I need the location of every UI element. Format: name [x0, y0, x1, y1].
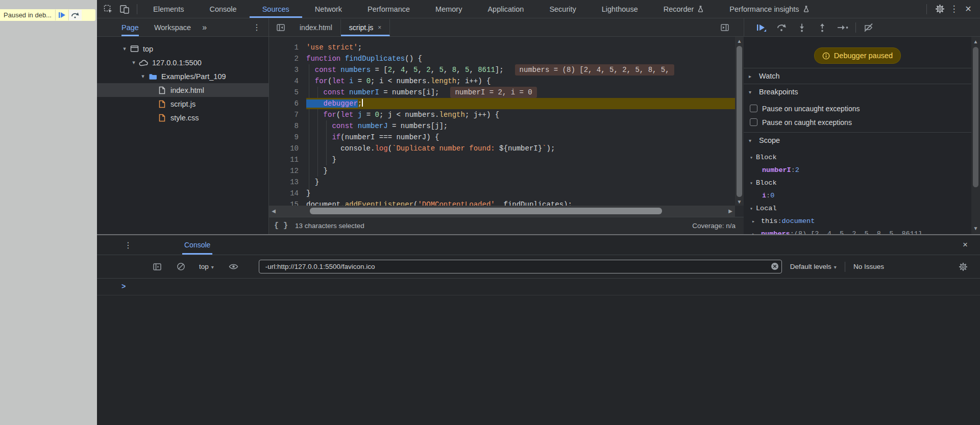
device-toolbar-icon[interactable]: [118, 4, 131, 14]
scroll-down-arrow[interactable]: ▼: [735, 199, 744, 205]
line-number[interactable]: 6: [269, 98, 299, 109]
code-line[interactable]: }: [306, 154, 735, 165]
expand-arrow-icon[interactable]: ▾: [750, 155, 756, 161]
tab-page[interactable]: Page: [121, 18, 139, 36]
scope-variable-row[interactable]: ▸this: document: [744, 215, 971, 228]
code-line[interactable]: function findDuplicates() {: [306, 53, 735, 64]
step-out-icon[interactable]: [816, 23, 829, 32]
scope-section-row[interactable]: ▾Block: [744, 151, 971, 164]
line-number[interactable]: 5: [269, 87, 299, 98]
scroll-right-arrow[interactable]: ▶: [727, 209, 734, 214]
code-line[interactable]: console.log(`Duplicate number found: ${n…: [306, 143, 735, 154]
resume-script-icon[interactable]: [754, 23, 768, 32]
line-number[interactable]: 7: [269, 109, 299, 120]
tab-application[interactable]: Application: [475, 0, 536, 18]
editor-horizontal-scrollbar[interactable]: ◀ ▶: [269, 206, 735, 217]
checkbox-unchecked[interactable]: [750, 118, 757, 126]
issues-counter[interactable]: No Issues: [853, 263, 884, 270]
expand-arrow-icon[interactable]: ▾: [750, 180, 756, 186]
live-expression-eye-icon[interactable]: [227, 263, 240, 270]
line-number[interactable]: 1: [269, 42, 299, 53]
code-line[interactable]: const numbers = [2, 4, 5, 2, 5, 8, 5, 86…: [306, 64, 735, 76]
close-devtools-icon[interactable]: ✕: [961, 4, 976, 14]
step-over-icon[interactable]: [775, 23, 788, 32]
code-line[interactable]: 'use strict';: [306, 42, 735, 53]
checkbox-unchecked[interactable]: [750, 105, 757, 112]
code-line[interactable]: }: [306, 165, 735, 177]
log-levels-selector[interactable]: Default levels▾: [790, 263, 837, 270]
step-into-icon[interactable]: [795, 23, 808, 32]
deactivate-breakpoints-icon[interactable]: [862, 23, 875, 32]
more-tabs-chevron[interactable]: »: [202, 18, 207, 36]
section-scope[interactable]: ▾ Scope: [744, 132, 971, 148]
line-number[interactable]: 11: [269, 154, 299, 165]
toggle-navigator-icon[interactable]: [275, 23, 286, 32]
scope-variable-row[interactable]: ▸numbers: (8) [2, 4, 5, 2, 5, 8, 5, 8611…: [744, 228, 971, 234]
pretty-print-icon[interactable]: { }: [274, 221, 288, 230]
scope-section-row[interactable]: ▾Local: [744, 202, 971, 215]
tree-item-127-0-0-1-5500[interactable]: ▾127.0.0.1:5500: [97, 56, 268, 69]
line-number[interactable]: 14: [269, 188, 299, 199]
code-line[interactable]: const numberJ = numbers[j];: [306, 120, 735, 132]
tree-item-style-css[interactable]: style.css: [97, 111, 268, 124]
navigator-menu-kebab-icon[interactable]: ⋮: [249, 22, 264, 32]
editor-tab-script-js[interactable]: script.js×: [341, 18, 390, 36]
tab-recorder[interactable]: Recorder: [651, 0, 717, 18]
clear-filter-icon[interactable]: [771, 262, 779, 270]
sidebar-scrollbar[interactable]: ▲ ▼: [971, 37, 980, 234]
tab-elements[interactable]: Elements: [140, 0, 197, 18]
step-icon[interactable]: [836, 23, 849, 32]
console-filter-input[interactable]: [259, 260, 782, 273]
settings-gear-icon[interactable]: [932, 4, 947, 14]
scrollbar-thumb[interactable]: [973, 47, 978, 187]
line-number[interactable]: 12: [269, 165, 299, 177]
ribbon-resume-button[interactable]: [55, 10, 68, 20]
line-number[interactable]: 3: [269, 64, 299, 76]
code-line[interactable]: const numberI = numbers[i];numberI = 2, …: [306, 87, 735, 98]
tab-console[interactable]: Console: [182, 235, 212, 255]
code-line[interactable]: for(let j = 0; j < numbers.length; j++) …: [306, 109, 735, 120]
code-line[interactable]: for(let i = 0; i < numbers.length; i++) …: [306, 76, 735, 87]
inspect-element-icon[interactable]: [102, 4, 114, 14]
more-options-kebab-icon[interactable]: ⋮: [947, 4, 961, 14]
scope-variable-row[interactable]: i: 0: [744, 189, 971, 202]
section-breakpoints[interactable]: ▾ Breakpoints: [744, 84, 971, 99]
scroll-up-arrow[interactable]: ▲: [735, 39, 744, 44]
code-line[interactable]: }: [306, 177, 735, 188]
expand-arrow-icon[interactable]: ▸: [752, 218, 758, 224]
clear-console-icon[interactable]: [175, 262, 187, 271]
tree-item-top[interactable]: ▾top: [97, 42, 268, 56]
scope-section-row[interactable]: ▾Block: [744, 177, 971, 189]
drawer-menu-kebab-icon[interactable]: ⋮: [122, 240, 134, 250]
expand-arrow-icon[interactable]: ▾: [130, 59, 138, 66]
tab-security[interactable]: Security: [536, 0, 589, 18]
tab-performance-insights[interactable]: Performance insights: [717, 0, 822, 18]
close-drawer-icon[interactable]: ×: [958, 240, 973, 250]
tab-workspace[interactable]: Workspace: [154, 18, 191, 36]
tree-item-examples-part-109[interactable]: ▾Examples/Part_109: [97, 69, 268, 83]
context-selector[interactable]: top▾: [199, 263, 214, 270]
code-line[interactable]: }: [306, 188, 735, 199]
section-watch[interactable]: ▸ Watch: [744, 68, 971, 84]
tab-lighthouse[interactable]: Lighthouse: [589, 0, 651, 18]
scroll-down-arrow[interactable]: ▼: [971, 226, 980, 231]
tab-performance[interactable]: Performance: [355, 0, 423, 18]
code-line[interactable]: if(numberI === numberJ) {: [306, 132, 735, 143]
line-number[interactable]: 10: [269, 143, 299, 154]
line-number[interactable]: 9: [269, 132, 299, 143]
line-number[interactable]: 8: [269, 120, 299, 132]
scroll-up-arrow[interactable]: ▲: [971, 39, 980, 44]
tab-console[interactable]: Console: [197, 0, 249, 18]
line-number[interactable]: 4: [269, 76, 299, 87]
editor-vertical-scrollbar[interactable]: ▲ ▼: [735, 37, 744, 206]
tree-item-index-html[interactable]: index.html: [97, 83, 268, 97]
console-prompt-row[interactable]: >: [97, 279, 980, 295]
console-settings-gear-icon[interactable]: [955, 262, 971, 271]
expand-arrow-icon[interactable]: ▾: [139, 73, 147, 80]
line-number[interactable]: 2: [269, 53, 299, 64]
tree-item-script-js[interactable]: script.js: [97, 97, 268, 111]
scrollbar-thumb[interactable]: [737, 46, 742, 197]
tab-network[interactable]: Network: [302, 0, 355, 18]
ribbon-step-over-button[interactable]: [68, 10, 82, 20]
expand-arrow-icon[interactable]: ▾: [750, 206, 756, 212]
